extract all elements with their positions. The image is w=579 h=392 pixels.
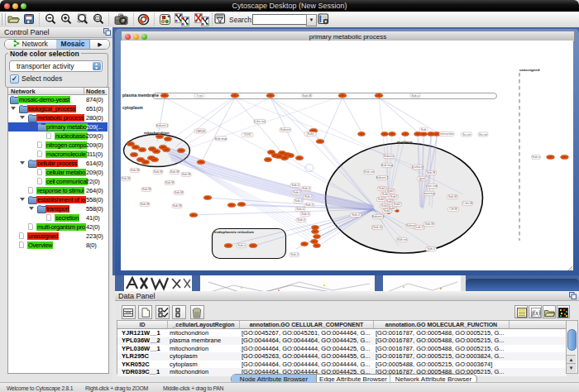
svg-text:Sub map: Sub map bbox=[381, 164, 393, 167]
svg-text:Sub-4: Sub-4 bbox=[301, 213, 309, 216]
svg-text:Sub-4: Sub-4 bbox=[291, 184, 299, 187]
svg-text:Sub2: Sub2 bbox=[379, 187, 385, 190]
svg-text:f(x): f(x) bbox=[531, 308, 540, 316]
svg-text:Sub2: Sub2 bbox=[384, 209, 390, 213]
svg-text:So-rot: So-rot bbox=[462, 133, 471, 136]
svg-text:Sub-4: Sub-4 bbox=[302, 187, 310, 190]
svg-text:Sub2: Sub2 bbox=[394, 203, 400, 206]
svg-text:Subunit 4: Subunit 4 bbox=[371, 215, 384, 218]
svg-text:plasma membrane: plasma membrane bbox=[122, 93, 159, 98]
svg-text:unassigned: unassigned bbox=[519, 68, 540, 72]
svg-text:Sub-4: Sub-4 bbox=[290, 253, 299, 256]
svg-text:C-bo-M: C-bo-M bbox=[462, 202, 472, 205]
svg-text:Sub map: Sub map bbox=[215, 137, 227, 141]
svg-text:Sub-o: Sub-o bbox=[237, 244, 246, 247]
svg-text:Sub-rot: Sub-rot bbox=[364, 170, 374, 174]
svg-text:Sub: Sub bbox=[421, 128, 426, 131]
svg-text:warning: warning bbox=[424, 192, 435, 195]
svg-text:Sub-4: Sub-4 bbox=[293, 191, 301, 194]
svg-text:Sub-M: Sub-M bbox=[175, 191, 184, 194]
svg-text:Sub-M: Sub-M bbox=[131, 169, 140, 172]
svg-text:Sub-M: Sub-M bbox=[165, 181, 175, 184]
svg-text:endoplasmic reticulum: endoplasmic reticulum bbox=[214, 230, 254, 234]
svg-text:Y-rot: Y-rot bbox=[196, 94, 202, 98]
svg-text:Subunit 2: Subunit 2 bbox=[156, 124, 168, 127]
svg-text:Sub rot: Sub rot bbox=[397, 238, 407, 241]
svg-text:(surface): (surface) bbox=[412, 165, 423, 169]
svg-text:mitochondrion: mitochondrion bbox=[144, 131, 170, 135]
svg-text:(goal): (goal) bbox=[419, 177, 426, 180]
svg-text:YBR08: YBR08 bbox=[195, 130, 204, 133]
svg-text:Sub-4: Sub-4 bbox=[304, 195, 313, 198]
svg-text:Sub-4: Sub-4 bbox=[305, 203, 313, 207]
svg-text:Sub2: Sub2 bbox=[381, 204, 388, 208]
svg-text:Sub2: Sub2 bbox=[390, 195, 397, 198]
svg-text:Sub-M: Sub-M bbox=[173, 204, 182, 208]
svg-text:Sub-M: Sub-M bbox=[141, 203, 150, 206]
svg-text:Sub-M: Sub-M bbox=[170, 170, 179, 174]
svg-text:interaction: interaction bbox=[440, 132, 454, 136]
svg-text:(Sub): (Sub) bbox=[307, 132, 314, 136]
svg-text:Subunit: Subunit bbox=[384, 155, 394, 158]
svg-text:Sub-M: Sub-M bbox=[303, 94, 312, 98]
svg-text:(Sub-4): (Sub-4) bbox=[372, 226, 382, 229]
svg-text:CH-M: CH-M bbox=[449, 208, 457, 211]
svg-text:Sub2: Sub2 bbox=[382, 193, 389, 196]
svg-text:Sub-M: Sub-M bbox=[182, 173, 191, 176]
svg-text:Sub-M: Sub-M bbox=[427, 171, 436, 174]
svg-text:Sub-o: Sub-o bbox=[411, 94, 419, 98]
svg-text:Sub-o: Sub-o bbox=[532, 155, 540, 159]
svg-text:Sub-M: Sub-M bbox=[425, 222, 434, 226]
svg-text:YDR2: YDR2 bbox=[243, 133, 251, 136]
svg-text:Subunit 2: Subunit 2 bbox=[376, 176, 388, 179]
svg-text:Sub-4: Sub-4 bbox=[427, 247, 435, 251]
svg-text:(sub 2): (sub 2) bbox=[414, 226, 423, 229]
svg-text:Sub-4: Sub-4 bbox=[296, 208, 304, 211]
svg-text:Sub-M: Sub-M bbox=[154, 170, 163, 174]
svg-text:Sub-4: Sub-4 bbox=[352, 213, 360, 217]
svg-text:Sub-M: Sub-M bbox=[142, 188, 151, 191]
svg-text:Subunit: Subunit bbox=[280, 128, 290, 131]
svg-text:(Like so): (Like so) bbox=[254, 120, 266, 123]
svg-text:So-rot: So-rot bbox=[479, 133, 487, 136]
svg-text:Sub-4: Sub-4 bbox=[294, 199, 303, 203]
svg-text:clan-sub: clan-sub bbox=[426, 184, 438, 188]
svg-text:Sub2: Sub2 bbox=[386, 200, 393, 203]
svg-text:Sub-M: Sub-M bbox=[448, 195, 457, 198]
svg-text:cytoplasm: cytoplasm bbox=[122, 105, 143, 110]
svg-text:Sub2: Sub2 bbox=[378, 198, 385, 201]
svg-text:Sub-4: Sub-4 bbox=[297, 218, 305, 222]
svg-text:Sub-M: Sub-M bbox=[122, 177, 131, 180]
